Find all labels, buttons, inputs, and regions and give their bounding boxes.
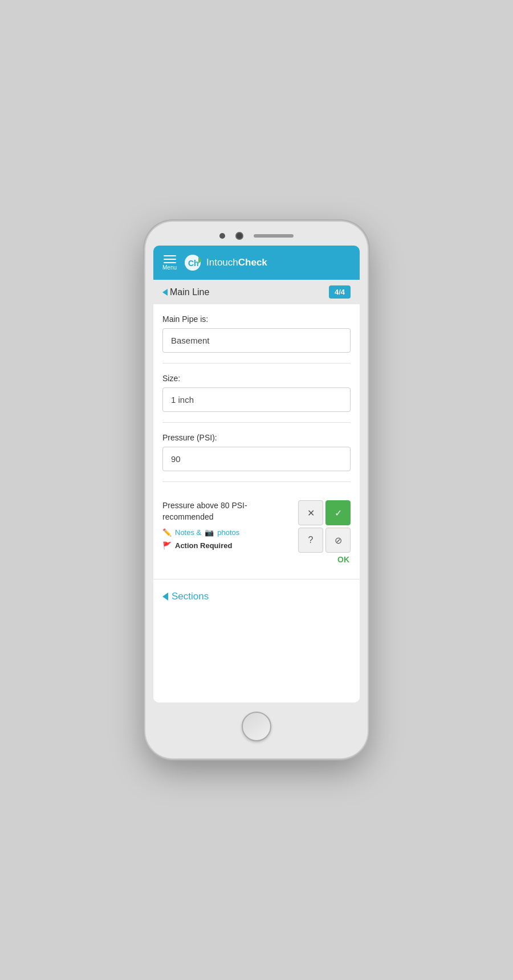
menu-button[interactable]: Menu xyxy=(162,255,177,271)
phone-speaker xyxy=(254,234,294,238)
notes-photos-line: ✏️ Notes & 📷 photos xyxy=(162,528,291,537)
ok-label: OK xyxy=(337,555,351,564)
btn-no[interactable]: ✕ xyxy=(298,500,323,525)
phone-dot xyxy=(219,233,225,239)
hamburger-icon xyxy=(164,255,176,263)
content-bottom xyxy=(153,611,360,703)
main-pipe-section: Main Pipe is: Basement xyxy=(162,315,351,353)
btn-na[interactable]: ⊘ xyxy=(325,528,351,553)
chevron-left-sections-icon xyxy=(162,593,168,601)
divider-3 xyxy=(162,481,351,482)
divider-1 xyxy=(162,363,351,364)
sections-label: Sections xyxy=(172,591,209,602)
camera-icon: 📷 xyxy=(205,528,214,537)
action-required-line: 🚩 Action Required xyxy=(162,541,291,550)
warning-title: Pressure above 80 PSI-recommended xyxy=(162,500,291,522)
app-header: Menu Ch IntouchCheck xyxy=(153,246,360,280)
notes-link[interactable]: Notes & xyxy=(175,528,201,537)
size-label: Size: xyxy=(162,374,351,383)
phone-frame: Menu Ch IntouchCheck Main Line 4/4 xyxy=(145,222,368,758)
pressure-label: Pressure (PSI): xyxy=(162,433,351,442)
logo-icon: Ch xyxy=(184,254,202,272)
answer-buttons-wrap: ✕ ✓ ? ⊘ OK xyxy=(298,500,351,564)
home-button[interactable] xyxy=(242,712,271,741)
main-pipe-label: Main Pipe is: xyxy=(162,315,351,324)
phone-top-bar xyxy=(153,232,360,240)
answer-buttons: ✕ ✓ ? ⊘ xyxy=(298,500,351,553)
btn-yes[interactable]: ✓ xyxy=(325,500,351,525)
content-area: Main Pipe is: Basement Size: 1 inch Pres… xyxy=(153,304,360,577)
back-button[interactable]: Main Line xyxy=(162,287,209,297)
logo-wrap: Ch IntouchCheck xyxy=(184,254,267,272)
menu-label: Menu xyxy=(162,264,177,271)
btn-unknown[interactable]: ? xyxy=(298,528,323,553)
app-title: IntouchCheck xyxy=(206,257,267,268)
flag-icon: 🚩 xyxy=(162,541,172,550)
phone-camera xyxy=(235,232,243,240)
pressure-section: Pressure (PSI): 90 xyxy=(162,433,351,471)
phone-screen: Menu Ch IntouchCheck Main Line 4/4 xyxy=(153,246,360,703)
action-required-text: Action Required xyxy=(175,541,232,550)
pressure-input[interactable]: 90 xyxy=(162,447,351,471)
page-badge: 4/4 xyxy=(329,285,351,299)
warning-text-block: Pressure above 80 PSI-recommended ✏️ Not… xyxy=(162,500,298,550)
size-input[interactable]: 1 inch xyxy=(162,387,351,412)
size-section: Size: 1 inch xyxy=(162,374,351,412)
sub-header: Main Line 4/4 xyxy=(153,280,360,304)
photos-link[interactable]: photos xyxy=(217,528,239,537)
warning-row: Pressure above 80 PSI-recommended ✏️ Not… xyxy=(162,492,351,566)
edit-icon: ✏️ xyxy=(162,528,172,537)
main-pipe-input[interactable]: Basement xyxy=(162,328,351,353)
sub-header-title: Main Line xyxy=(170,287,209,297)
svg-text:Ch: Ch xyxy=(188,259,199,268)
divider-bottom xyxy=(153,579,360,579)
chevron-left-icon xyxy=(162,289,168,296)
divider-2 xyxy=(162,422,351,423)
sections-row[interactable]: Sections xyxy=(153,582,360,611)
phone-bottom xyxy=(153,712,360,741)
